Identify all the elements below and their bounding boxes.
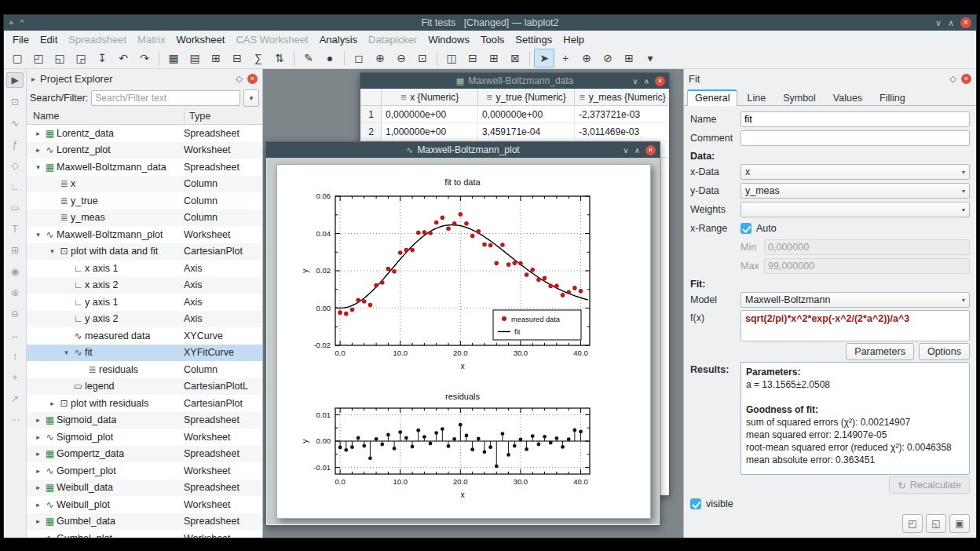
tree-expander-icon[interactable]: ▸ <box>33 467 43 475</box>
toolbar-draw-icon[interactable]: ✎ <box>298 49 319 68</box>
spreadsheet-column-header[interactable]: ≣y_true {Numeric} <box>478 89 575 106</box>
tree-expander-icon[interactable]: ▸ <box>33 433 43 441</box>
spreadsheet-cell[interactable]: 3,459171e-04 <box>478 123 575 140</box>
spreadsheet-cell[interactable]: 0,000000e+00 <box>478 106 575 123</box>
y-data-combobox[interactable]: y_meas ▾ <box>740 183 970 199</box>
tree-row[interactable]: ▸▦Lorentz_dataSpreadsheet <box>27 125 262 142</box>
name-input[interactable] <box>740 111 970 127</box>
window-menu-icon[interactable]: ∨ <box>632 77 638 86</box>
model-combobox[interactable]: Maxwell-Boltzmann ▾ <box>740 292 970 308</box>
tree-expander-icon[interactable]: ▸ <box>47 400 57 407</box>
tree-row[interactable]: ▾∿fitXYFitCurve <box>27 345 262 362</box>
tree-expander-icon[interactable]: ▸ <box>33 535 43 538</box>
toolbar-layout-grid-icon[interactable]: ⊞ <box>484 49 504 68</box>
spreadsheet-cell[interactable]: -2,373721e-03 <box>575 106 668 123</box>
toolbar-zoom-in-icon[interactable]: ⊕ <box>370 49 390 68</box>
add-data-curve-icon[interactable]: ◇ <box>7 159 23 173</box>
toolbar-insert-column-icon[interactable]: ⊟ <box>227 49 247 68</box>
spreadsheet-cell[interactable]: 1,000000e+00 <box>382 123 478 140</box>
tree-row[interactable]: ∟y axis 1Axis <box>27 294 262 311</box>
toolbar-save-as-icon[interactable]: ◲ <box>71 49 91 68</box>
shift-y-icon[interactable]: ↕ <box>7 349 23 363</box>
show-toolbar-icon[interactable]: ▶ <box>6 72 24 88</box>
min-input[interactable] <box>764 239 970 255</box>
menu-analysis[interactable]: Analysis <box>314 32 363 47</box>
minimize-icon[interactable]: ∧ <box>948 15 954 31</box>
worksheet-window-titlebar[interactable]: ∿ Maxwell-Boltzmann_plot ∨ ∧ × <box>266 142 660 158</box>
save-template-button[interactable]: ◱ <box>926 514 946 533</box>
toolbar-save-icon[interactable]: ◱ <box>49 49 70 68</box>
toolbar-redo-icon[interactable]: ↷ <box>134 49 155 68</box>
toolbar-zoom-x-select-icon[interactable]: ⊘ <box>598 49 618 68</box>
toolbar-layout-horizontal-icon[interactable]: ⊟ <box>463 49 483 68</box>
add-text-icon[interactable]: T <box>7 222 23 236</box>
shade-icon[interactable]: ^ <box>20 15 24 31</box>
spreadsheet-cell[interactable]: -3,011469e-03 <box>575 123 668 140</box>
more-tools-icon[interactable]: ⋯ <box>7 413 23 427</box>
menu-spreadsheet[interactable]: Spreadsheet <box>63 32 132 47</box>
tree-row[interactable]: ▾▦Maxwell-Boltzmann_dataSpreadsheet <box>27 159 262 176</box>
tree-row[interactable]: ▸▦Weibull_dataSpreadsheet <box>27 480 262 497</box>
window-shade-icon[interactable]: ∧ <box>644 77 649 86</box>
toolbar-sort-icon[interactable]: ⇅ <box>269 49 290 68</box>
more-actions-icon[interactable]: ∨ <box>935 15 942 31</box>
menu-cas-worksheet[interactable]: CAS Worksheet <box>230 32 313 47</box>
window-menu-icon[interactable]: ∨ <box>623 146 628 155</box>
add-equation-curve-icon[interactable]: ƒ <box>7 137 23 151</box>
toolbar-open-icon[interactable]: ◰ <box>28 49 49 68</box>
tree-row[interactable]: ∟y axis 2Axis <box>27 311 262 328</box>
tree-row[interactable]: ∟x axis 1Axis <box>27 260 262 277</box>
toolbar-layout-vertical-icon[interactable]: ◫ <box>441 49 462 68</box>
tree-row[interactable]: ∿measured dataXYCurve <box>27 327 262 345</box>
toolbar-new-matrix-icon[interactable]: ▤ <box>185 49 205 68</box>
toolbar-crosshair-icon[interactable]: + <box>555 49 576 68</box>
zoom-region-icon[interactable]: ⊞ <box>7 243 23 257</box>
filter-options-button[interactable]: ▾ <box>243 89 259 107</box>
tab-filling[interactable]: Filling <box>872 90 913 106</box>
tree-row[interactable]: ≣residualsColumn <box>27 361 262 378</box>
menu-tools[interactable]: Tools <box>475 32 510 47</box>
toolbar-insert-row-icon[interactable]: ⊞ <box>206 49 226 68</box>
shift-x-icon[interactable]: ↔ <box>7 328 23 342</box>
tree-expander-icon[interactable]: ▸ <box>33 517 43 525</box>
menu-worksheet[interactable]: Worksheet <box>170 32 230 47</box>
menu-matrix[interactable]: Matrix <box>132 32 170 47</box>
close-window-icon[interactable]: × <box>960 17 971 28</box>
comment-input[interactable] <box>740 130 970 146</box>
tree-expander-icon[interactable]: ▸ <box>33 416 43 424</box>
toolbar-import-icon[interactable]: ↧ <box>92 49 112 68</box>
tree-row[interactable]: ▾⊡plot with data and fitCartesianPlot <box>27 243 262 261</box>
tree-expander-icon[interactable]: ▾ <box>61 348 71 356</box>
spreadsheet-window-titlebar[interactable]: ▦ Maxwell-Boltzmann_data ∨ ∧ × <box>360 73 669 89</box>
tree-row[interactable]: ▭legendCartesianPlotL <box>27 378 262 396</box>
dock-menu-icon[interactable]: ▸ <box>31 75 35 83</box>
titlebar[interactable]: ⌖ ^ Fit tests [Changed] — labplot2 ∨ ∧ × <box>4 15 976 31</box>
residuals-plot-container[interactable]: 0.010.020.030.040.0-0.010.000.01residual… <box>298 389 631 509</box>
float-dock-icon[interactable]: ◇ <box>950 74 956 84</box>
tree-row[interactable]: ▸∿Lorentz_plotWorksheet <box>27 142 262 159</box>
tree-expander-icon[interactable]: ▸ <box>33 146 43 154</box>
parameters-button[interactable]: Parameters <box>846 343 914 360</box>
column-header-type[interactable]: Type <box>184 111 262 122</box>
keep-above-icon[interactable]: ⌖ <box>9 15 13 31</box>
shift-select-icon[interactable]: ◉ <box>7 265 23 279</box>
toolbar-undo-icon[interactable]: ↶ <box>113 49 133 68</box>
close-worksheet-icon[interactable]: × <box>645 145 656 155</box>
tree-row[interactable]: ≣y_measColumn <box>27 210 262 227</box>
toolbar-zoom-out-icon[interactable]: ⊖ <box>391 49 411 68</box>
fit-plot-container[interactable]: 0.010.020.030.040.0-0.020.000.020.040.06… <box>298 173 631 383</box>
toolbar-new-spreadsheet-icon[interactable]: ▦ <box>163 49 184 68</box>
menu-help[interactable]: Help <box>558 32 590 47</box>
toolbar-no-layout-icon[interactable]: ⊠ <box>505 49 525 68</box>
window-shade-icon[interactable]: ∧ <box>634 146 640 155</box>
worksheet-window[interactable]: ∿ Maxwell-Boltzmann_plot ∨ ∧ × 0.010.02 <box>265 141 660 526</box>
close-spreadsheet-icon[interactable]: × <box>655 76 665 86</box>
load-template-button[interactable]: ◰ <box>902 514 923 533</box>
add-legend-icon[interactable]: ▭ <box>7 201 23 215</box>
tree-row[interactable]: ≣xColumn <box>27 176 262 193</box>
tree-row[interactable]: ▸▦Sigmoid_dataSpreadsheet <box>27 412 262 429</box>
search-filter-input[interactable] <box>91 90 240 106</box>
menu-file[interactable]: File <box>7 32 35 47</box>
float-dock-icon[interactable]: ◇ <box>236 74 243 84</box>
max-input[interactable] <box>764 258 970 274</box>
